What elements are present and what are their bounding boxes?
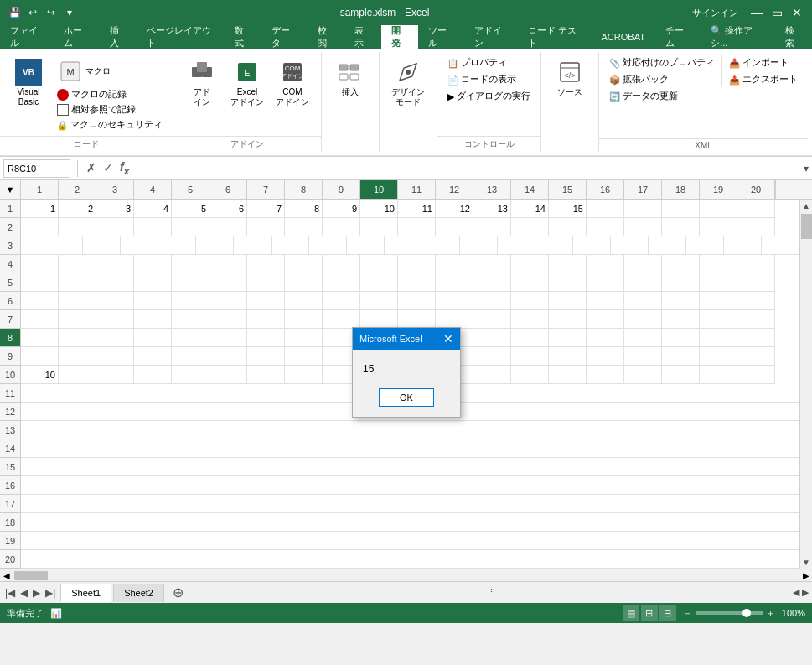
- signin-label[interactable]: サインイン: [692, 7, 738, 19]
- cell-r8c19[interactable]: [700, 329, 737, 347]
- cell-r3c12[interactable]: [460, 236, 498, 255]
- cell-r1c3[interactable]: 3: [96, 200, 134, 218]
- cell-r8c15[interactable]: [549, 329, 587, 347]
- cell-r6c2[interactable]: [59, 292, 96, 310]
- formula-input[interactable]: [134, 164, 800, 174]
- cell-r4c4[interactable]: [134, 255, 172, 273]
- addin-button[interactable]: アドイン: [180, 55, 224, 111]
- cell-r4c6[interactable]: [209, 255, 247, 273]
- cell-r6c8[interactable]: [285, 292, 323, 310]
- scroll-left-btn[interactable]: ◀: [0, 569, 13, 582]
- cell-r6c15[interactable]: [549, 292, 587, 310]
- normal-view-btn[interactable]: ▤: [623, 605, 639, 621]
- cell-r2c19[interactable]: [700, 218, 737, 236]
- cell-r6[interactable]: [21, 292, 59, 310]
- cell-r9c2[interactable]: [59, 347, 96, 366]
- cell-r9c8[interactable]: [285, 347, 323, 366]
- cell-r6c11[interactable]: [398, 292, 436, 310]
- cell-r2c8[interactable]: [285, 218, 323, 236]
- vba-button[interactable]: VB Visual Basic: [7, 55, 50, 111]
- cell-r10c15[interactable]: [549, 366, 587, 384]
- cell-r9c16[interactable]: [587, 347, 624, 366]
- scroll-right-btn[interactable]: ▶: [799, 569, 812, 582]
- cell-r3c13[interactable]: [498, 236, 535, 255]
- cell-r7c20[interactable]: [737, 310, 775, 329]
- cell-r7c4[interactable]: [134, 310, 172, 329]
- cell-r1c2[interactable]: 2: [59, 200, 96, 218]
- cell-r7c7[interactable]: [247, 310, 285, 329]
- tab-developer[interactable]: 開発: [381, 25, 418, 49]
- cell-r8c3[interactable]: [96, 329, 134, 347]
- cell-r19[interactable]: [21, 532, 799, 550]
- col-header-4[interactable]: 4: [134, 180, 172, 199]
- cell-r3c16[interactable]: [611, 236, 649, 255]
- cell-r4c16[interactable]: [587, 255, 624, 273]
- cell-r1c18[interactable]: [662, 200, 700, 218]
- cell-r5c18[interactable]: [662, 273, 700, 292]
- cell-r6c4[interactable]: [134, 292, 172, 310]
- macro-security-btn[interactable]: 🔒 マクロのセキュリティ: [54, 117, 166, 132]
- cell-r7c10[interactable]: [360, 310, 398, 329]
- scroll-down-btn[interactable]: ▼: [800, 556, 812, 569]
- cell-r5c13[interactable]: [473, 273, 511, 292]
- save-quick-btn[interactable]: 💾: [7, 5, 22, 20]
- cell-r4c11[interactable]: [398, 255, 436, 273]
- insert-function-icon[interactable]: fx: [118, 160, 131, 176]
- cell-r6c18[interactable]: [662, 292, 700, 310]
- confirm-formula-icon[interactable]: ✓: [101, 161, 115, 174]
- tab-tools[interactable]: ツール: [418, 25, 463, 49]
- cell-r6c19[interactable]: [700, 292, 737, 310]
- scroll-up-btn[interactable]: ▲: [800, 200, 812, 212]
- cell-r3c14[interactable]: [535, 236, 573, 255]
- close-button[interactable]: ✕: [789, 4, 805, 21]
- cell-r5c4[interactable]: [134, 273, 172, 292]
- cell-r8c1[interactable]: [21, 329, 59, 347]
- col-header-19[interactable]: 19: [700, 180, 737, 199]
- cell-r9c5[interactable]: [172, 347, 209, 366]
- cell-r1c15[interactable]: 15: [549, 200, 587, 218]
- tab-loadtest[interactable]: ロード テスト: [518, 25, 592, 49]
- cell-r6c7[interactable]: [247, 292, 285, 310]
- cell-r8c5[interactable]: [172, 329, 209, 347]
- cell-r8c7[interactable]: [247, 329, 285, 347]
- cell-r8c16[interactable]: [587, 329, 624, 347]
- cell-r9c20[interactable]: [737, 347, 775, 366]
- tab-file[interactable]: ファイル: [0, 25, 54, 49]
- record-macro-btn[interactable]: マクロの記録: [54, 87, 166, 102]
- cell-r10c17[interactable]: [624, 366, 662, 384]
- expansion-pack-button[interactable]: 📦 拡張パック: [606, 72, 718, 87]
- cell-r9[interactable]: [21, 347, 59, 366]
- cell-r15[interactable]: [21, 458, 799, 476]
- row-header-6[interactable]: 6: [0, 292, 21, 310]
- col-header-6[interactable]: 6: [209, 180, 247, 199]
- cell-r3c3[interactable]: [121, 236, 158, 255]
- row-header-2[interactable]: 2: [0, 218, 21, 236]
- cell-r1c17[interactable]: [624, 200, 662, 218]
- cell-r7c8[interactable]: [285, 310, 323, 329]
- cell-r5c8[interactable]: [285, 273, 323, 292]
- horizontal-scrollbar[interactable]: ◀ ▶: [0, 569, 812, 581]
- cell-r7c13[interactable]: [473, 310, 511, 329]
- cell-r7c6[interactable]: [209, 310, 247, 329]
- cell-r6c20[interactable]: [737, 292, 775, 310]
- col-header-12[interactable]: 12: [436, 180, 473, 199]
- cell-r5c20[interactable]: [737, 273, 775, 292]
- cell-r7c14[interactable]: [511, 310, 549, 329]
- cell-r3c19[interactable]: [724, 236, 762, 255]
- cell-r8c8[interactable]: [285, 329, 323, 347]
- col-header-13[interactable]: 13: [473, 180, 511, 199]
- cell-r7c3[interactable]: [96, 310, 134, 329]
- cell-r2c9[interactable]: [323, 218, 360, 236]
- cell-r16[interactable]: [21, 476, 799, 495]
- cell-r2c11[interactable]: [398, 218, 436, 236]
- cell-r6c16[interactable]: [587, 292, 624, 310]
- cell-r4c13[interactable]: [473, 255, 511, 273]
- cell-r3c2[interactable]: [83, 236, 121, 255]
- page-break-view-btn[interactable]: ⊟: [659, 605, 676, 621]
- cell-r6c13[interactable]: [473, 292, 511, 310]
- cell-r7c15[interactable]: [549, 310, 587, 329]
- row-header-5[interactable]: 5: [0, 273, 21, 292]
- cell-r1c5[interactable]: 5: [172, 200, 209, 218]
- row-header-4[interactable]: 4: [0, 255, 21, 273]
- cell-r9c15[interactable]: [549, 347, 587, 366]
